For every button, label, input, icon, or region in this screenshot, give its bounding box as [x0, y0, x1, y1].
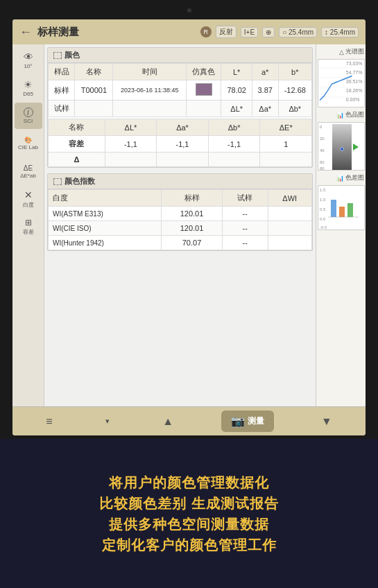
standard-name: T00001: [75, 80, 113, 101]
lab-icon: 🎨: [24, 137, 32, 144]
sidebar-label-d65: D65: [23, 91, 33, 97]
spectrum-y-labels: 73.03% 54.77% 36.51% 18.26% 0.00%: [346, 61, 363, 102]
idx-col-trial: 试样: [222, 190, 268, 207]
connect-tag[interactable]: ⊕: [262, 27, 275, 37]
standard-swatch: [187, 80, 221, 101]
sidebar-item-tolerance[interactable]: ⊞ 容差: [15, 214, 42, 240]
spectrum-chart-icon: △: [339, 49, 344, 55]
size-tag1[interactable]: ○ 25.4mm: [279, 27, 317, 37]
diff-col-dE: ΔE*: [260, 119, 312, 136]
sidebar-item-whiteness[interactable]: ✕ 白度: [15, 186, 42, 212]
up-button[interactable]: ▲: [157, 413, 179, 431]
sidebar-label-deltae: ΔE*ab: [20, 173, 36, 179]
color-index-title: 颜色指数: [65, 176, 95, 187]
right-panel: △ 光谱图 73.03% 54.77% 36.51% 18.26% 0.00%: [316, 44, 366, 406]
mode-tag[interactable]: 反射: [216, 26, 237, 38]
col-time: 时间: [113, 64, 187, 80]
y-label-1: 73.03%: [346, 61, 363, 66]
bar-title-text: 色差图: [345, 173, 364, 182]
tolerance-da: -1,1: [157, 136, 209, 153]
idx-col-name: 白度: [49, 190, 162, 207]
delta-row: Δ: [49, 153, 312, 167]
wi-cie-delta: [268, 221, 311, 236]
spectrum-chart: 73.03% 54.77% 36.51% 18.26% 0.00%: [318, 59, 365, 107]
wi-cie-trial: --: [222, 221, 268, 236]
eye-icon: 👁: [24, 51, 33, 62]
color-index-table: 白度 标样 试样 ΔWI WI(ASTM E313) 120.01 --: [48, 189, 312, 250]
header-controls: R 反射 I+E ⊕ ○ 25.4mm ↕ 25.4mm: [200, 26, 359, 38]
ite-tag[interactable]: I+E: [241, 27, 258, 37]
sidebar-item-d65[interactable]: ☀ D65: [15, 75, 42, 101]
svg-text:1.5: 1.5: [320, 188, 326, 192]
color-section-header: 颜色: [48, 48, 312, 63]
diff-header-row: 名称 ΔL* Δa* Δb* ΔE*: [49, 119, 312, 136]
size-tag2[interactable]: ↕ 25.4mm: [321, 27, 359, 37]
svg-rect-17: [331, 200, 336, 217]
color-chart-icon: 📊: [336, 112, 344, 119]
wi-astm-standard: 120.01: [162, 207, 223, 221]
camera: [187, 8, 191, 12]
wi-hunter-delta: [268, 236, 311, 250]
measure-button[interactable]: 📷 测量: [221, 410, 274, 432]
standard-b: -12.68: [278, 80, 311, 101]
bottom-toolbar: ≡ ▾ ▲ 📷 测量 ▼: [12, 406, 366, 435]
color-table: 样品 名称 时间 仿真色 L* a* b* 标样: [48, 63, 312, 117]
svg-text:0.0: 0.0: [320, 217, 326, 221]
svg-text:40: 40: [320, 148, 325, 153]
diff-col-dL: ΔL*: [105, 119, 157, 136]
index-header-row: 白度 标样 试样 ΔWI: [49, 190, 312, 207]
sidebar-label-sci: SCI: [24, 118, 33, 124]
standard-time: 2023-06-16 11:38:45: [113, 80, 187, 101]
standard-row: 标样 T00001 2023-06-16 11:38:45 78.02 3.87…: [49, 80, 312, 101]
col-sample: 样品: [49, 64, 75, 80]
measure-icon: 📷: [231, 415, 245, 428]
sidebar-item-deltae[interactable]: ΔE ΔE*ab: [15, 158, 42, 184]
color-chart: 0 20 40 60 80: [318, 122, 365, 171]
sidebar-item-cielab[interactable]: 🎨 CIE Lab: [15, 130, 42, 157]
color-table-header-row: 样品 名称 时间 仿真色 L* a* b*: [49, 64, 312, 80]
bottom-line-4: 定制化客户的颜色管理工作: [99, 535, 279, 555]
delta-dL: [105, 153, 157, 167]
menu-dropdown-button[interactable]: ▾: [100, 414, 115, 429]
idx-col-standard: 标样: [162, 190, 223, 207]
menu-button[interactable]: ≡: [40, 413, 58, 431]
dashed-icon: [53, 52, 62, 59]
sidebar-label-whiteness: 白度: [23, 201, 34, 209]
down-button[interactable]: ▼: [316, 413, 338, 431]
wi-hunter-standard: 70.07: [162, 236, 223, 250]
idx-col-delta: ΔWI: [268, 190, 311, 207]
bottom-text-content: 将用户的颜色管理数据化 比较颜色差别 生成测试报告 提供多种色空间测量数据 定制…: [99, 472, 279, 555]
content-area: 颜色 样品 名称 时间 仿真色 L* a* b*: [44, 44, 316, 406]
y-label-3: 36.51%: [346, 79, 363, 84]
reflection-badge[interactable]: R: [200, 26, 212, 37]
menu-icon: ≡: [46, 415, 52, 428]
whiteness-icon: ✕: [24, 189, 33, 200]
tolerance-dE: 1: [260, 136, 312, 153]
wi-hunter-trial: --: [222, 236, 268, 250]
bar-chart-icon: 📊: [336, 175, 344, 182]
svg-text:1.0: 1.0: [320, 198, 326, 202]
sidebar-item-eye[interactable]: 👁 10°: [15, 47, 42, 74]
sidebar-item-sci[interactable]: i SCI: [15, 103, 42, 129]
delta-dE: [260, 153, 312, 167]
sidebar-label-10: 10°: [24, 63, 32, 69]
wi-cie-name: WI(CIE ISO): [49, 221, 162, 236]
spectrum-label: △ 光谱图: [318, 47, 364, 56]
wi-astm-row: WI(ASTM E313) 120.01 --: [49, 207, 312, 221]
delta-da: [157, 153, 209, 167]
info-icon: i: [24, 107, 33, 117]
col-L: L*: [221, 64, 252, 80]
spectrum-title-text: 光谱图: [345, 47, 364, 56]
trial-type: 试样: [49, 101, 75, 117]
col-name: 名称: [75, 64, 113, 80]
tolerance-row: 容差 -1,1 -1,1 -1,1 1: [49, 136, 312, 153]
dashed-icon-2: [53, 178, 62, 185]
sidebar-label-tolerance: 容差: [23, 228, 34, 236]
col-b: b*: [278, 64, 311, 80]
page-title: 标样测量: [37, 26, 200, 39]
diff-table: 名称 ΔL* Δa* Δb* ΔE* 容差 -1,1 -1,1: [48, 119, 312, 167]
y-label-2: 54.77%: [346, 70, 363, 75]
color-section-title: 颜色: [65, 50, 80, 60]
back-button[interactable]: ←: [19, 25, 32, 40]
diff-col-da: Δa*: [157, 119, 209, 136]
